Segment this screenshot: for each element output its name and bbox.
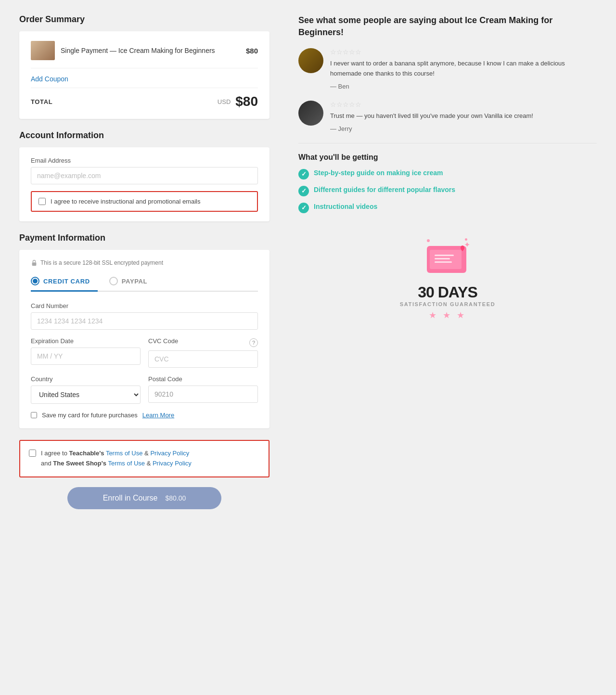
country-select[interactable]: United States Canada United Kingdom [31,386,141,404]
product-thumbnail [31,41,55,60]
save-card-label: Save my card for future purchases [42,412,138,419]
account-info-card: Email Address I agree to receive instruc… [19,147,270,221]
save-card-row: Save my card for future purchases Learn … [31,412,258,419]
expiry-cvc-row: Expiration Date CVC Code ? [31,337,258,368]
svg-rect-3 [435,255,454,256]
expiry-field: Expiration Date [31,337,141,368]
total-currency: USD [218,98,231,105]
email-label: Email Address [31,157,258,164]
teachable-tou-link[interactable]: Terms of Use [106,450,143,457]
postal-field: Postal Code [148,375,258,404]
testimonial-1-text: I never want to order a banana split any… [330,59,597,79]
testimonial-2-content: ☆☆☆☆☆ Trust me — you haven't lived till … [330,101,597,132]
testimonial-2-author: — Jerry [330,125,597,132]
radio-credit-card [31,277,39,285]
promo-email-checkbox-row: I agree to receive instructional and pro… [31,191,258,212]
card-number-label: Card Number [31,302,258,309]
left-column: Order Summary Single Payment — Ice Cream… [19,14,270,509]
promo-email-label: I agree to receive instructional and pro… [51,198,200,205]
terms-box: I agree to Teachable's Terms of Use & Pr… [19,440,270,477]
terms-text: I agree to Teachable's Terms of Use & Pr… [41,449,192,469]
order-summary-card: Single Payment — Ice Cream Making for Be… [19,31,270,119]
total-row: TOTAL USD $80 [31,88,258,109]
country-label: Country [31,375,141,383]
tab-paypal[interactable]: PAYPAL [109,272,155,292]
testimonial-2-text: Trust me — you haven't lived till you've… [330,111,597,121]
postal-label: Postal Code [148,375,258,383]
payment-tab-bar: CREDIT CARD PAYPAL [31,272,258,292]
tab-credit-card-label: CREDIT CARD [43,278,90,285]
expiry-label: Expiration Date [31,337,141,345]
payment-info-card: This is a secure 128-bit SSL encrypted p… [19,250,270,428]
order-item-info: Single Payment — Ice Cream Making for Be… [61,47,240,54]
svg-rect-0 [32,262,37,266]
benefit-1-text: Step-by-step guide on making ice cream [314,168,443,178]
guarantee-days: 30 DAYS [308,283,587,301]
cvc-field: CVC Code ? [148,337,258,368]
order-item: Single Payment — Ice Cream Making for Be… [31,41,258,68]
check-icon-1 [298,169,309,180]
avatar-1 [298,48,323,73]
sweet-shop-pp-link[interactable]: Privacy Policy [153,460,192,467]
cvc-label: CVC Code [148,337,178,345]
tab-credit-card[interactable]: CREDIT CARD [31,272,98,292]
check-icon-2 [298,186,309,196]
testimonial-1-author: — Ben [330,83,597,90]
order-item-name: Single Payment — Ice Cream Making for Be… [61,47,215,54]
tab-paypal-label: PAYPAL [122,278,148,285]
country-field: Country United States Canada United King… [31,375,141,404]
stars-1: ☆☆☆☆☆ [330,48,597,56]
svg-rect-5 [435,261,452,263]
guarantee-icon [426,242,469,277]
email-input[interactable] [31,167,258,184]
lock-icon [31,259,38,266]
radio-paypal [109,277,118,285]
total-amount: $80 [235,94,258,109]
check-icon-3 [298,203,309,213]
cvc-help-icon[interactable]: ? [249,338,258,347]
total-label: TOTAL [31,98,52,105]
promo-email-checkbox[interactable] [38,198,46,205]
postal-input[interactable] [148,386,258,403]
testimonials-title: See what some people are saying about Ic… [298,14,597,39]
benefit-3-text: Instructional videos [314,202,377,212]
guarantee-section: ✦ 30 DAYS SATISFACTION GUARANTEED ★ ★ ★ [298,228,597,330]
benefit-3: Instructional videos [298,202,597,213]
enroll-button[interactable]: Enroll in Course $80.00 [67,487,221,509]
card-number-input[interactable] [31,312,258,330]
cvc-input[interactable] [148,350,258,368]
card-number-row: Card Number [31,302,258,330]
country-postal-row: Country United States Canada United King… [31,375,258,404]
stars-2: ☆☆☆☆☆ [330,101,597,108]
sweet-shop-tou-link[interactable]: Terms of Use [108,460,145,467]
benefit-2-text: Different guides for different popular f… [314,185,455,195]
getting-title: What you'll be getting [298,153,597,162]
enroll-price: $80.00 [166,494,186,502]
right-column: See what some people are saying about Ic… [298,14,597,509]
payment-info-title: Payment Information [19,233,270,243]
benefit-2: Different guides for different popular f… [298,185,597,196]
divider [298,143,597,143]
secure-badge: This is a secure 128-bit SSL encrypted p… [31,259,258,266]
account-info-title: Account Information [19,130,270,141]
expiry-input[interactable] [31,348,141,365]
guarantee-sub: SATISFACTION GUARANTEED [308,301,587,307]
testimonial-1-content: ☆☆☆☆☆ I never want to order a banana spl… [330,48,597,90]
save-card-checkbox[interactable] [31,412,37,418]
order-summary-title: Order Summary [19,14,270,25]
enroll-label: Enroll in Course [103,494,158,502]
teachable-bold: Teachable's [69,450,104,457]
order-item-price: $80 [246,47,258,55]
testimonial-1: ☆☆☆☆☆ I never want to order a banana spl… [298,48,597,90]
learn-more-link[interactable]: Learn More [142,412,174,419]
testimonial-2: ☆☆☆☆☆ Trust me — you haven't lived till … [298,101,597,132]
avatar-2 [298,101,323,126]
sweet-shop-bold: The Sweet Shop's [53,460,106,467]
teachable-pp-link[interactable]: Privacy Policy [150,450,189,457]
add-coupon-link[interactable]: Add Coupon [31,68,258,88]
svg-rect-4 [435,258,450,259]
benefit-1: Step-by-step guide on making ice cream [298,168,597,180]
guarantee-dots: ★ ★ ★ [308,310,587,321]
secure-text: This is a secure 128-bit SSL encrypted p… [40,259,163,266]
terms-checkbox[interactable] [29,450,36,457]
